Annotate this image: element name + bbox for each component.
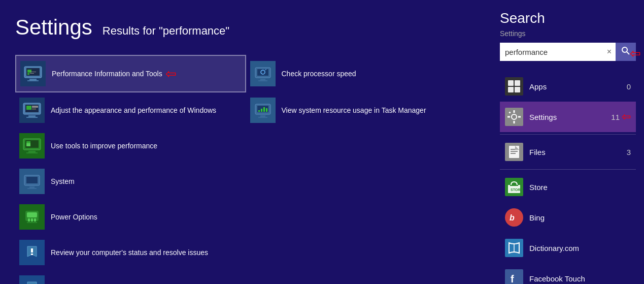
- review-status-text: Review your computer's status and resolv…: [51, 248, 208, 257]
- category-facebook[interactable]: f Facebook Touch: [500, 263, 636, 284]
- results-grid: Performance Information and Tools ⇦ Chec…: [15, 55, 477, 284]
- adjust-appearance-text: Adjust the appearance and performance of…: [51, 106, 216, 115]
- category-store[interactable]: STORE Store: [500, 172, 636, 202]
- result-perf-info[interactable]: Performance Information and Tools ⇦: [15, 55, 246, 92]
- search-box-wrapper: × ⇦: [500, 43, 636, 61]
- svg-line-55: [627, 52, 629, 54]
- search-clear-button[interactable]: ×: [603, 44, 616, 59]
- svg-rect-20: [26, 117, 38, 118]
- svg-rect-56: [508, 80, 514, 86]
- system-icon: [19, 169, 45, 194]
- svg-rect-36: [26, 177, 38, 183]
- system-text: System: [51, 177, 75, 186]
- svg-rect-27: [260, 115, 265, 117]
- perf-info-icon: [20, 61, 46, 86]
- store-label: Store: [529, 183, 631, 192]
- svg-rect-62: [514, 121, 515, 123]
- svg-rect-37: [29, 186, 35, 188]
- check-processor-text: Check processor speed: [282, 69, 356, 78]
- result-check-processor[interactable]: Check processor speed: [246, 55, 477, 92]
- svg-text:STORE: STORE: [511, 188, 521, 192]
- category-settings[interactable]: Settings 11 ⇦: [500, 102, 636, 132]
- svg-rect-25: [263, 107, 265, 112]
- svg-rect-43: [34, 218, 36, 222]
- svg-rect-5: [27, 73, 29, 75]
- perf-info-text: Performance Information and Tools: [52, 69, 162, 78]
- apps-count: 0: [627, 82, 631, 91]
- divider-1: [500, 134, 636, 135]
- category-apps[interactable]: Apps 0: [500, 71, 636, 102]
- apps-icon: [505, 77, 523, 96]
- svg-point-60: [512, 114, 517, 119]
- bing-icon: b: [505, 208, 523, 227]
- facebook-icon: f: [505, 269, 523, 284]
- dictionary-icon: [505, 239, 523, 257]
- svg-rect-63: [507, 116, 510, 118]
- svg-rect-26: [266, 108, 267, 112]
- svg-rect-69: [511, 153, 516, 154]
- view-system-text: View system resource usage in Task Manag…: [282, 106, 426, 115]
- svg-rect-64: [518, 116, 521, 118]
- category-files[interactable]: Files 3: [500, 137, 636, 167]
- category-bing[interactable]: b Bing: [500, 202, 636, 233]
- perf-info-arrow: ⇦: [165, 66, 177, 82]
- search-title: Search: [500, 10, 636, 26]
- svg-rect-3: [27, 80, 39, 81]
- facebook-label: Facebook Touch: [529, 274, 631, 283]
- svg-rect-6: [30, 72, 36, 72]
- svg-rect-2: [29, 79, 37, 80]
- svg-rect-33: [28, 151, 36, 152]
- check-processor-icon: [250, 61, 276, 86]
- result-review-status[interactable]: Review your computer's status and resolv…: [15, 235, 246, 270]
- search-go-button[interactable]: [616, 43, 636, 61]
- svg-rect-72: [510, 185, 518, 186]
- header: Settings Results for "performance": [15, 15, 477, 40]
- svg-rect-32: [26, 141, 30, 143]
- svg-rect-7: [30, 73, 34, 74]
- result-power-options[interactable]: Power Options: [15, 199, 246, 235]
- view-system-icon: [250, 98, 276, 123]
- svg-text:f: f: [511, 273, 514, 284]
- svg-rect-38: [27, 188, 37, 189]
- right-panel: Search Settings × ⇦ Apps 0: [492, 0, 644, 284]
- search-box: ×: [500, 43, 636, 61]
- result-fix-problems[interactable]: Fix problems with your computer: [15, 270, 246, 284]
- svg-rect-4: [27, 70, 31, 73]
- svg-rect-19: [28, 115, 36, 117]
- fix-problems-icon: [19, 275, 45, 284]
- adjust-appearance-icon: [19, 98, 45, 123]
- settings-icon: [505, 108, 523, 126]
- svg-rect-61: [514, 110, 515, 113]
- search-input[interactable]: [500, 44, 603, 60]
- svg-rect-40: [27, 212, 37, 217]
- svg-rect-68: [511, 151, 518, 152]
- svg-text:b: b: [510, 213, 515, 222]
- result-system[interactable]: System: [15, 164, 246, 199]
- store-icon: STORE: [505, 178, 523, 196]
- files-count: 3: [627, 148, 631, 156]
- svg-rect-23: [258, 110, 260, 112]
- category-dictionary[interactable]: Dictionary.com: [500, 233, 636, 263]
- svg-rect-42: [31, 218, 33, 222]
- settings-arrow-annotation: ⇦: [622, 110, 631, 123]
- review-status-icon: [19, 240, 45, 265]
- svg-rect-59: [515, 87, 520, 92]
- bing-label: Bing: [529, 213, 631, 222]
- result-view-system[interactable]: View system resource usage in Task Manag…: [246, 92, 477, 128]
- settings-label: Settings: [529, 113, 611, 121]
- svg-rect-18: [32, 108, 36, 110]
- apps-label: Apps: [529, 82, 627, 91]
- svg-rect-46: [31, 248, 33, 253]
- use-tools-icon: [19, 133, 45, 159]
- svg-rect-65: [509, 111, 511, 113]
- use-tools-text: Use tools to improve performance: [51, 141, 157, 150]
- power-options-text: Power Options: [51, 212, 97, 222]
- svg-rect-16: [26, 106, 31, 110]
- power-options-icon: [19, 204, 45, 230]
- result-use-tools[interactable]: Use tools to improve performance: [15, 128, 246, 164]
- svg-rect-24: [261, 109, 262, 112]
- left-panel: Settings Results for "performance" Perfo…: [0, 0, 492, 284]
- svg-marker-48: [27, 282, 37, 284]
- page-title: Settings: [15, 15, 92, 40]
- result-adjust-appearance[interactable]: Adjust the appearance and performance of…: [15, 92, 246, 128]
